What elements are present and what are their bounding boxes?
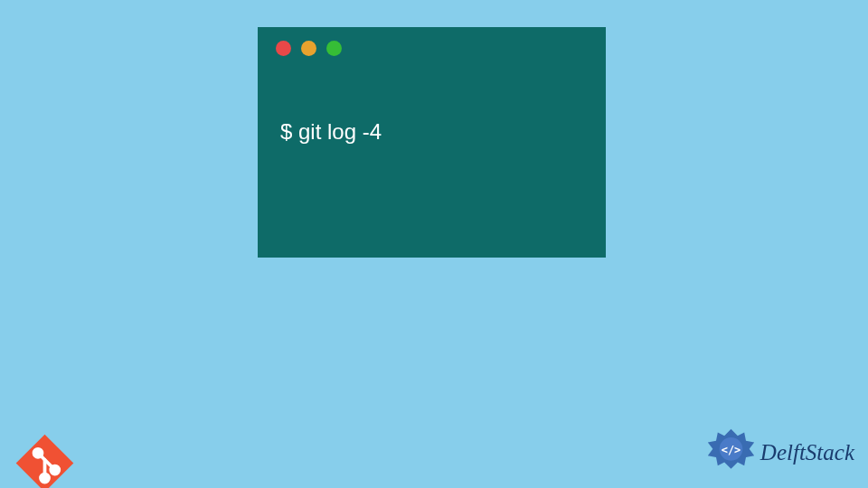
window-controls <box>258 27 606 70</box>
git-logo-icon <box>11 429 79 488</box>
close-icon <box>276 41 291 56</box>
terminal-content: $ git log -4 <box>258 70 606 145</box>
brand-name: DelftStack <box>760 440 854 465</box>
svg-point-3 <box>34 449 42 457</box>
delftstack-emblem-icon: </> <box>706 427 756 477</box>
maximize-icon <box>326 41 342 56</box>
svg-point-5 <box>41 474 49 483</box>
terminal-command: $ git log -4 <box>280 119 382 144</box>
terminal-window: $ git log -4 <box>258 27 606 258</box>
delftstack-logo: </> DelftStack <box>706 427 854 477</box>
svg-point-4 <box>51 466 59 474</box>
svg-text:</>: </> <box>722 444 741 456</box>
minimize-icon <box>301 41 316 56</box>
